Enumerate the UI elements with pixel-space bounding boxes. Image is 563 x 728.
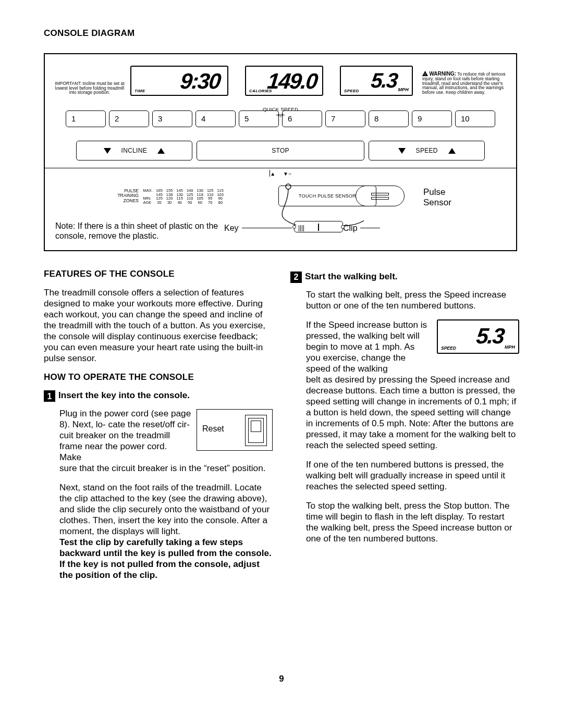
warning-note: ! WARNING: To reduce risk of serious inj… <box>422 71 510 94</box>
pulse-sensor-label: PulseSensor <box>423 187 451 207</box>
step-2-p2b: belt as desired by pressing the Speed in… <box>306 374 519 451</box>
speed-figure: 5.3 SPEED MPH <box>437 319 519 354</box>
key-callout: Key <box>224 224 239 233</box>
lcd-speed: 5.3 SPEED MPH <box>340 66 413 96</box>
quick-speed-8[interactable]: 8 <box>369 110 409 127</box>
chevron-up-icon <box>448 148 456 154</box>
page-title: CONSOLE DIAGRAM <box>44 28 519 39</box>
incline-label: INCLINE <box>121 147 147 154</box>
svg-text:!: ! <box>424 72 425 76</box>
reset-figure: Reset <box>197 409 273 451</box>
lcd-calories: 149.0 CALORIES <box>245 66 323 96</box>
quick-speed-10[interactable]: 10 <box>455 110 495 127</box>
step-1-title: Insert the key into the console. <box>58 390 190 402</box>
features-paragraph: The treadmill console offers a selection… <box>44 287 273 364</box>
console-diagram: IMPORTANT: Incline must be set at lowest… <box>44 53 517 251</box>
quick-speed-5[interactable]: 5 <box>239 110 279 127</box>
page-number: 9 <box>0 674 563 684</box>
circuit-breaker-icon <box>245 415 267 446</box>
quick-speed-4[interactable]: 4 <box>195 110 236 127</box>
speed-label: SPEED <box>416 147 438 154</box>
right-column: 2 Start the walking belt. To start the w… <box>290 269 519 589</box>
step-1-badge: 1 <box>44 390 55 402</box>
quick-speed-row: 12345678910 <box>66 110 495 127</box>
quick-speed-7[interactable]: 7 <box>325 110 365 127</box>
chevron-up-icon <box>157 148 165 154</box>
howto-heading: HOW TO OPERATE THE CONSOLE <box>44 372 273 383</box>
svg-point-2 <box>286 184 291 189</box>
step-1-warning: Test the clip by carefully taking a few … <box>59 537 273 581</box>
stop-button[interactable]: STOP <box>197 141 365 161</box>
key-slot[interactable] <box>294 221 343 232</box>
quick-speed-1[interactable]: 1 <box>66 110 106 127</box>
features-heading: FEATURES OF THE CONSOLE <box>44 269 273 280</box>
step-2-p1: To start the walking belt, press the Spe… <box>306 289 519 311</box>
step-2-badge: 2 <box>290 272 302 283</box>
step-1-p2: Next, stand on the foot rails of the tre… <box>59 482 273 537</box>
step-2-p4: To stop the walking belt, press the Stop… <box>306 500 519 544</box>
important-note: IMPORTANT: Incline must be set at lowest… <box>53 81 126 95</box>
step-2-p3: If one of the ten numbered buttons is pr… <box>306 459 519 492</box>
quick-speed-9[interactable]: 9 <box>412 110 452 127</box>
pulse-training-zones: PULSETRAININGZONES MAX.16515514514013012… <box>113 189 254 206</box>
plastic-note: Note: If there is a thin sheet of plasti… <box>55 221 227 241</box>
quick-speed-2[interactable]: 2 <box>109 110 149 127</box>
speed-button[interactable]: SPEED <box>369 141 485 161</box>
chevron-down-icon <box>398 148 406 154</box>
quick-speed-3[interactable]: 3 <box>152 110 192 127</box>
step-1-p1b: sure that the circuit breaker is in the … <box>59 463 273 474</box>
warning-icon: ! <box>422 71 428 76</box>
lcd-time: 9:30 TIME <box>130 66 228 96</box>
quick-speed-6[interactable]: 6 <box>282 110 322 127</box>
chevron-down-icon <box>104 148 111 154</box>
step-2-title: Start the walking belt. <box>305 271 398 283</box>
left-column: FEATURES OF THE CONSOLE The treadmill co… <box>44 269 273 589</box>
incline-button[interactable]: INCLINE <box>76 141 192 161</box>
